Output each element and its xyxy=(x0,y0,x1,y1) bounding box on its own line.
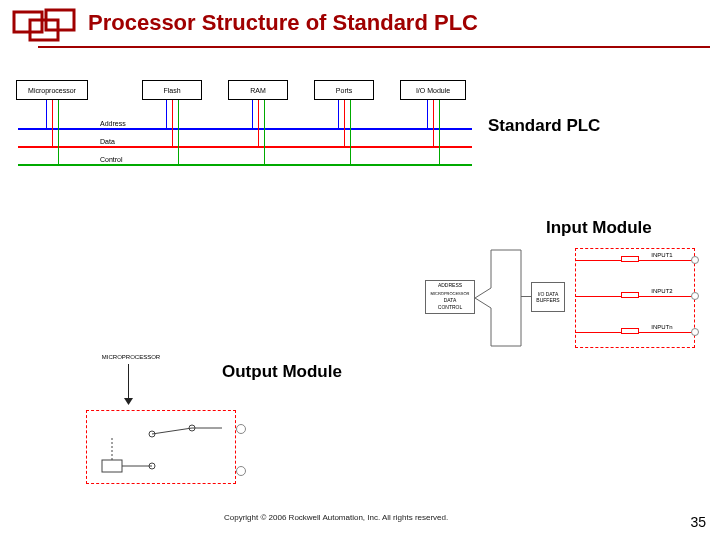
proc-box-label: MICROPROCESSOR xyxy=(427,290,473,297)
copyright: Copyright © 2006 Rockwell Automation, In… xyxy=(224,513,448,522)
proc-label-control: CONTROL xyxy=(427,304,473,311)
block-ram: RAM xyxy=(228,80,288,100)
svg-marker-3 xyxy=(475,250,521,346)
diagram-standard-plc: Microprocessor Flash RAM Ports I/O Modul… xyxy=(16,80,486,180)
block-io-module: I/O Module xyxy=(400,80,466,100)
diagram-output-module: MICROPROCESSOR xyxy=(86,354,346,494)
block-ports: Ports xyxy=(314,80,374,100)
block-flash: Flash xyxy=(142,80,202,100)
bus-label-control: Control xyxy=(100,156,123,163)
page-number: 35 xyxy=(690,514,706,530)
inputn-label: INPUTn xyxy=(645,324,679,330)
proc-label-address: ADDRESS xyxy=(427,282,473,289)
diagram-input-module: ADDRESS MICROPROCESSOR DATA CONTROL I/O … xyxy=(425,246,705,350)
d3-proc-label: MICROPROCESSOR xyxy=(96,354,166,360)
slide-title: Processor Structure of Standard PLC xyxy=(88,10,478,36)
label-standard-plc: Standard PLC xyxy=(488,116,600,136)
logo-icon xyxy=(8,6,80,46)
svg-line-9 xyxy=(152,428,192,434)
input2-label: INPUT2 xyxy=(645,288,679,294)
svg-rect-0 xyxy=(14,12,42,32)
block-microprocessor: Microprocessor xyxy=(16,80,88,100)
slide-header: Processor Structure of Standard PLC xyxy=(0,6,720,50)
label-input-module: Input Module xyxy=(546,218,652,238)
proc-label-data: DATA xyxy=(427,297,473,304)
buffers-bot: BUFFERS xyxy=(536,297,559,303)
bus-label-address: Address xyxy=(100,120,126,127)
header-rule xyxy=(38,46,710,48)
bus-label-data: Data xyxy=(100,138,115,145)
svg-rect-5 xyxy=(102,460,122,472)
input1-label: INPUT1 xyxy=(645,252,679,258)
svg-marker-4 xyxy=(124,398,133,405)
